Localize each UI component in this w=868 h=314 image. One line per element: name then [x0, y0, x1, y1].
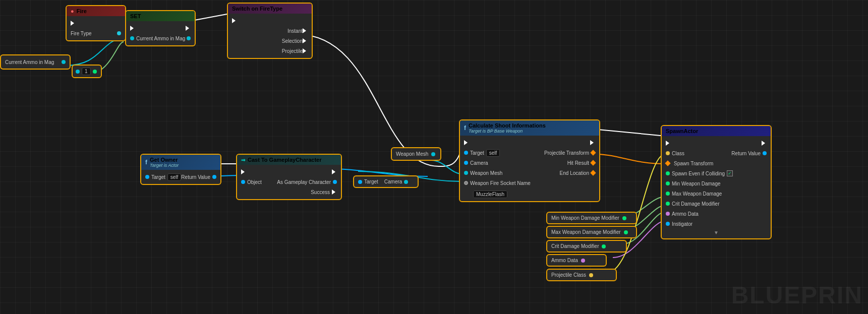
cast-obj-label: Object — [247, 179, 262, 185]
calc-socket-value: MuzzleFlash — [473, 191, 507, 198]
spawn-min-damage-circle — [666, 181, 670, 185]
set-exec-in-arrow — [130, 26, 135, 31]
get-owner-target-circle — [145, 175, 149, 179]
value-1-body: 1 — [73, 66, 101, 77]
target-camera-node: Target Camera — [353, 175, 419, 188]
cast-exec-row — [241, 168, 337, 176]
spawn-colliding-check: ✓ — [727, 170, 733, 176]
calc-hit-result-label: Hit Result — [567, 160, 589, 166]
weapon-mesh-pin — [431, 152, 435, 156]
cast-exec-in-arrow — [241, 169, 246, 174]
get-owner-return-pin: Return Value — [181, 174, 216, 180]
cast-title: Cast To GameplayCharacter — [248, 157, 322, 163]
weapon-mesh-node: Weapon Mesh — [391, 147, 441, 161]
spawn-title: SpawnActor — [666, 128, 698, 134]
crit-damage-mod-body: Crit Damage Modifier — [547, 241, 626, 252]
get-owner-node: f Get Owner Target is Actor Target self … — [140, 154, 221, 185]
spawn-min-damage-row: Min Weapon Damage — [666, 179, 767, 187]
ammo-data-pin — [581, 259, 585, 263]
fire-exec-pin — [71, 21, 76, 26]
spawn-exec-in-arrow — [666, 141, 671, 146]
blueprint-watermark: BLUEPRIN — [731, 281, 863, 309]
get-owner-title: Get Owner — [150, 157, 179, 163]
set-exec-out-arrow — [186, 26, 191, 31]
cast-success-pin — [332, 190, 337, 195]
min-damage-mod-body: Min Weapon Damage Modifier — [547, 213, 636, 223]
get-owner-target-row: Target self Return Value — [145, 173, 216, 181]
switch-header: Switch on FireType — [228, 4, 312, 14]
spawn-transform-diamond — [665, 160, 670, 166]
calc-exec-in-arrow — [464, 140, 469, 145]
ammo-var-node: Current Ammo in Mag — [0, 54, 71, 70]
spawn-crit-circle — [666, 202, 670, 206]
set-ammo-in-pin — [130, 36, 134, 40]
calc-socket-value-row: MuzzleFlash — [464, 189, 595, 198]
set-exec-out — [186, 26, 191, 31]
spawn-instigator-label: Instigator — [672, 221, 692, 227]
fire-exec-arrow — [71, 21, 76, 26]
spawn-max-damage-pin: Max Weapon Damage — [666, 191, 722, 197]
switch-selection-pin — [303, 38, 308, 43]
calc-proj-transform-pin: Projectile Transform — [544, 150, 595, 156]
min-damage-mod-pin — [622, 216, 626, 220]
event-icon: ● — [71, 8, 74, 14]
spawn-instigator-pin: Instigator — [666, 221, 692, 227]
spawn-instigator-circle — [666, 222, 670, 226]
min-damage-mod-node: Min Weapon Damage Modifier — [546, 212, 637, 224]
projectile-class-label: Projectile Class — [551, 272, 586, 278]
ammo-var-label: Current Ammo in Mag — [5, 59, 54, 65]
spawn-max-damage-row: Max Weapon Damage — [666, 190, 767, 198]
calc-proj-transform-label: Projectile Transform — [544, 150, 589, 156]
ammo-var-body: Current Ammo in Mag — [1, 55, 70, 69]
calc-mesh-pin: Weapon Mesh — [464, 170, 502, 176]
spawn-exec-in — [666, 141, 671, 146]
fire-type-label: Fire Type — [71, 31, 92, 36]
func-icon: f — [145, 159, 147, 166]
get-owner-target-pin: Target self — [145, 173, 181, 181]
spawn-ammo-circle — [666, 212, 670, 216]
projectile-class-pin — [589, 273, 593, 277]
calc-target-label: Target — [470, 150, 484, 156]
cast-gameplay-node: ⇒ Cast To GameplayCharacter Object As Ga… — [236, 154, 342, 200]
calc-target-self: self — [486, 149, 500, 157]
value-1-box: 1 — [82, 68, 91, 75]
set-body: Current Ammo in Mag — [126, 21, 195, 45]
crit-damage-mod-node: Crit Damage Modifier — [546, 240, 627, 253]
fire-event-title: Fire — [77, 8, 87, 14]
cast-success-label: Success — [311, 190, 330, 195]
max-damage-mod-pin — [624, 230, 628, 234]
spawn-return-circle — [763, 151, 767, 155]
target-camera-body: Target Camera — [354, 176, 418, 187]
wire-switch-projectile — [297, 34, 461, 166]
switch-instant-label: Instant — [287, 28, 303, 34]
cast-as-pin: As Gameplay Character — [277, 179, 337, 185]
calc-func-icon: f — [464, 124, 466, 132]
fire-event-header: ● Fire — [67, 6, 125, 16]
spawn-colliding-pin: Spawn Even if Colliding ✓ — [666, 170, 733, 176]
spawn-collapse-arrow[interactable]: ▼ — [666, 230, 767, 235]
weapon-mesh-label: Weapon Mesh — [396, 151, 428, 157]
spawn-ammo-pin: Ammo Data — [666, 211, 699, 217]
switch-exec-in — [232, 18, 237, 23]
ammo-data-body: Ammo Data — [547, 255, 606, 266]
spawn-transform-label: Spawn Transform — [674, 161, 713, 166]
spawn-instigator-row: Instigator — [666, 220, 767, 228]
spawn-min-damage-pin: Min Weapon Damage — [666, 181, 721, 186]
calc-camera-circle — [464, 161, 468, 165]
calc-camera-pin: Camera — [464, 160, 488, 166]
calc-socket-row: Weapon Fire Socket Name — [464, 179, 595, 187]
cast-success-right: Success — [311, 190, 337, 195]
spawn-transform-pin: Spawn Transform — [666, 161, 713, 166]
target-in-pin — [358, 180, 362, 184]
calc-camera-row: Camera Hit Result — [464, 159, 595, 167]
crit-damage-mod-label: Crit Damage Modifier — [551, 243, 599, 249]
get-owner-subtitle: Target is Actor — [150, 163, 179, 168]
calc-socket-pin: Weapon Fire Socket Name — [464, 180, 531, 186]
spawn-colliding-row: Spawn Even if Colliding ✓ — [666, 169, 767, 177]
fire-exec-pin-row — [71, 19, 121, 27]
camera-out-pin — [404, 180, 408, 184]
value-1-in-pin — [76, 70, 80, 74]
min-damage-mod-label: Min Weapon Damage Modifier — [551, 215, 619, 221]
switch-title: Switch on FireType — [232, 6, 282, 12]
calc-hit-result-diamond — [590, 160, 596, 165]
